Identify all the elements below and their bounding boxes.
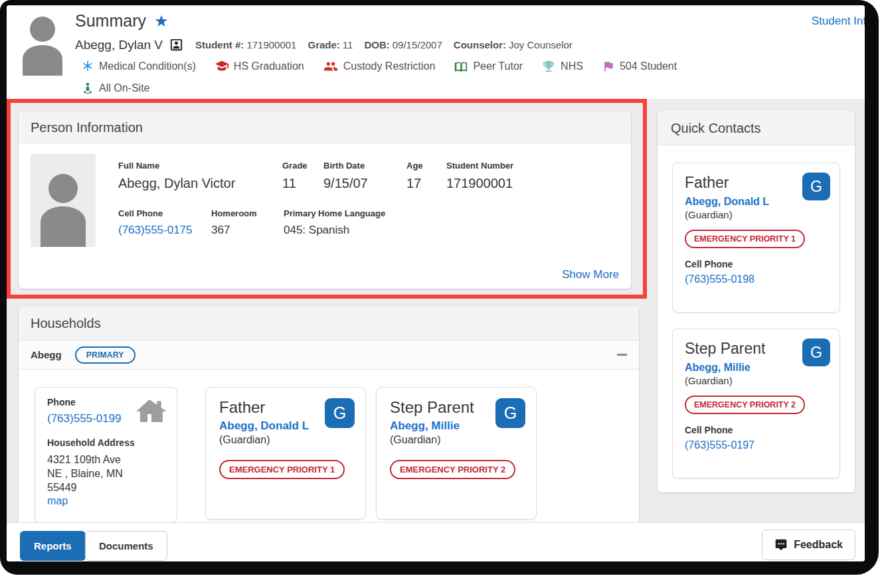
flag-hs-graduation[interactable]: HS Graduation xyxy=(215,59,304,74)
contact-relation: (Guardian) xyxy=(685,375,828,386)
flag-nhs[interactable]: NHS xyxy=(541,59,583,74)
household-address-card: Phone (763)555-0199 Household Address 43… xyxy=(35,387,177,522)
reports-button[interactable]: Reports xyxy=(20,531,86,561)
page-title: Summary xyxy=(75,11,146,31)
person-information-card: Person Information Full Name Abegg, Dyla… xyxy=(19,112,631,289)
collapse-minus-icon[interactable] xyxy=(617,354,627,356)
flag-medical[interactable]: Medical Condition(s) xyxy=(81,60,196,73)
emergency-priority-badge: EMERGENCY PRIORITY 1 xyxy=(685,230,805,248)
student-grade: Grade:11 xyxy=(308,39,353,50)
quick-contacts-panel: Quick Contacts Father Abegg, Donald L (G… xyxy=(658,111,855,492)
field-homeroom: Homeroom 367 xyxy=(211,208,257,237)
households-title: Households xyxy=(19,306,639,340)
guardian-badge[interactable]: G xyxy=(495,398,525,428)
field-cell-phone: Cell Phone (763)555-0175 xyxy=(118,208,193,237)
student-info-strip: Student #:171900001 Grade:11 DOB:09/15/2… xyxy=(195,39,573,50)
quick-contact-card-father: Father Abegg, Donald L (Guardian) G EMER… xyxy=(672,163,840,313)
contact-card-icon[interactable] xyxy=(169,37,184,52)
households-card: Households Abegg PRIMARY Phone (763)555-… xyxy=(19,306,639,522)
trophy-icon xyxy=(541,59,556,74)
quick-contact-card-step-parent: Step Parent Abegg, Millie (Guardian) G E… xyxy=(672,329,840,478)
member-relation: (Guardian) xyxy=(390,434,523,446)
emergency-priority-badge: EMERGENCY PRIORITY 2 xyxy=(685,396,805,414)
field-primary-home-language: Primary Home Language 045: Spanish xyxy=(284,208,385,237)
field-grade: Grade 11 xyxy=(282,161,308,191)
field-student-number: Student Number 171900001 xyxy=(446,161,513,191)
contact-phone-link[interactable]: (763)555-0198 xyxy=(685,273,828,285)
custody-icon xyxy=(323,59,339,74)
household-address-label: Household Address xyxy=(47,437,165,448)
member-relation: (Guardian) xyxy=(219,434,352,446)
household-row-abegg[interactable]: Abegg PRIMARY xyxy=(19,340,639,370)
flag-all-on-site[interactable]: All On-Site xyxy=(81,81,149,96)
book-icon xyxy=(454,60,468,73)
student-dob: DOB:09/15/2007 xyxy=(364,39,442,50)
field-age: Age 17 xyxy=(406,161,423,191)
flag-custody-restriction[interactable]: Custody Restriction xyxy=(323,59,436,74)
feedback-button[interactable]: Feedback xyxy=(762,530,855,560)
household-name: Abegg xyxy=(31,349,62,360)
guardian-badge[interactable]: G xyxy=(325,398,355,428)
flag-icon xyxy=(602,60,615,73)
field-birth-date: Birth Date 9/15/07 xyxy=(323,161,368,191)
guardian-badge[interactable]: G xyxy=(802,173,830,200)
primary-badge: PRIMARY xyxy=(75,346,135,364)
student-name: Abegg, Dylan V xyxy=(75,38,163,52)
graduation-cap-icon xyxy=(215,59,229,74)
onsite-person-icon xyxy=(81,81,94,96)
field-full-name: Full Name Abegg, Dylan Victor xyxy=(118,161,235,191)
app-window: Summary Abegg, Dylan V Student #:1719000… xyxy=(7,5,865,561)
person-information-title: Person Information xyxy=(19,112,631,143)
contact-phone-link[interactable]: (763)555-0197 xyxy=(685,439,828,451)
favorite-star-icon[interactable] xyxy=(154,13,169,29)
student-avatar xyxy=(20,15,65,76)
household-member-card-step-parent: Step Parent Abegg, Millie (Guardian) G E… xyxy=(376,387,537,520)
flag-peer-tutor[interactable]: Peer Tutor xyxy=(454,60,523,73)
household-address: 4321 109th Ave NE , Blaine, MN 55449 xyxy=(47,453,165,494)
action-bar: Reports Documents Feedback xyxy=(7,522,865,561)
student-information-link[interactable]: Student Inf xyxy=(812,15,865,28)
cell-phone-link[interactable]: (763)555-0175 xyxy=(118,224,193,237)
student-counselor: Counselor:Joy Counselor xyxy=(454,39,573,50)
guardian-badge[interactable]: G xyxy=(802,338,830,366)
student-flags: Medical Condition(s) HS Graduation Custo… xyxy=(81,59,677,103)
medical-icon xyxy=(81,60,94,73)
student-photo-placeholder xyxy=(31,154,96,247)
flag-504-student[interactable]: 504 Student xyxy=(602,60,677,73)
documents-button[interactable]: Documents xyxy=(85,531,167,561)
show-more-link[interactable]: Show More xyxy=(562,268,619,281)
map-link[interactable]: map xyxy=(47,495,68,507)
home-icon xyxy=(134,396,169,430)
speech-bubble-icon xyxy=(774,538,788,551)
quick-contacts-title: Quick Contacts xyxy=(658,111,855,145)
feedback-label: Feedback xyxy=(794,539,843,551)
contact-relation: (Guardian) xyxy=(685,209,828,220)
student-number: Student #:171900001 xyxy=(195,39,296,50)
cell-phone-label: Cell Phone xyxy=(685,259,828,269)
emergency-priority-badge: EMERGENCY PRIORITY 2 xyxy=(390,460,515,479)
cell-phone-label: Cell Phone xyxy=(685,425,828,435)
student-header: Summary Abegg, Dylan V Student #:1719000… xyxy=(7,5,865,99)
household-member-card-father: Father Abegg, Donald L (Guardian) G EMER… xyxy=(205,387,366,520)
emergency-priority-badge: EMERGENCY PRIORITY 1 xyxy=(219,460,345,479)
